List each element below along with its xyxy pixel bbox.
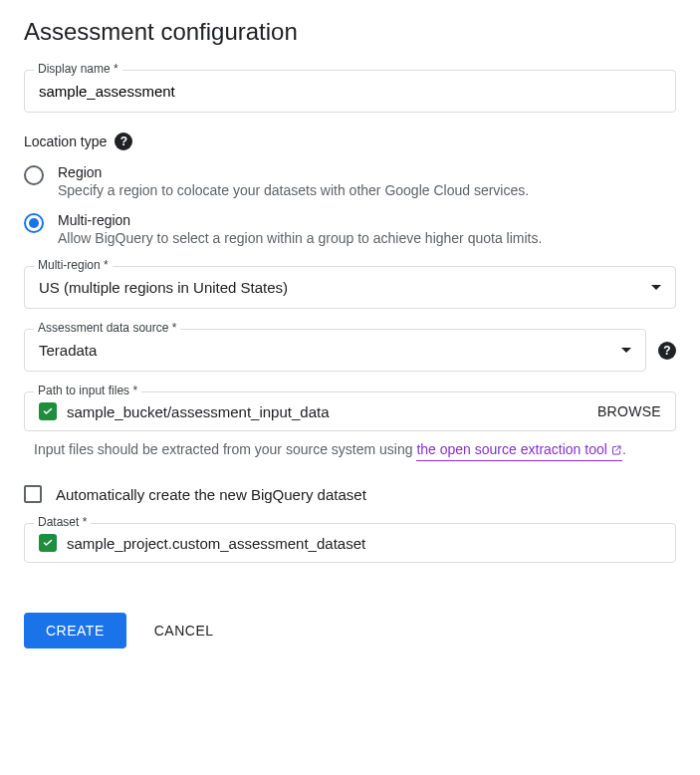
button-row: CREATE CANCEL <box>24 613 676 648</box>
data-source-value: Teradata <box>39 342 97 359</box>
radio-multi-region-title: Multi-region <box>58 212 542 228</box>
data-source-label: Assessment data source * <box>34 321 180 335</box>
input-path-value[interactable]: sample_bucket/assessment_input_data <box>67 403 587 420</box>
help-icon[interactable]: ? <box>658 342 676 360</box>
page-title: Assessment configuration <box>24 18 676 46</box>
auto-create-label: Automatically create the new BigQuery da… <box>56 486 366 503</box>
radio-region-title: Region <box>58 164 529 180</box>
multi-region-select[interactable]: US (multiple regions in United States) <box>24 266 676 309</box>
helper-suffix: . <box>622 441 626 457</box>
input-path-helper: Input files should be extracted from you… <box>34 439 676 461</box>
multi-region-field: Multi-region * US (multiple regions in U… <box>24 266 676 309</box>
check-icon <box>39 402 57 420</box>
location-type-label: Location type ? <box>24 132 676 150</box>
radio-circle-icon <box>24 165 44 185</box>
chevron-down-icon <box>621 348 631 353</box>
data-source-field: Assessment data source * Teradata ? <box>24 329 676 372</box>
location-type-radio-group: Region Specify a region to colocate your… <box>24 164 676 246</box>
input-path-label: Path to input files * <box>34 384 141 397</box>
input-path-field: Path to input files * sample_bucket/asse… <box>24 391 676 461</box>
browse-button[interactable]: BROWSE <box>597 403 661 419</box>
create-button[interactable]: CREATE <box>24 613 126 648</box>
help-icon[interactable]: ? <box>115 132 132 150</box>
location-type-text: Location type <box>24 133 107 149</box>
dataset-field: Dataset * sample_project.custom_assessme… <box>24 523 676 563</box>
multi-region-value: US (multiple regions in United States) <box>39 279 288 296</box>
radio-circle-selected-icon <box>24 213 44 233</box>
dataset-value[interactable]: sample_project.custom_assessment_dataset <box>67 535 661 552</box>
radio-region-desc: Specify a region to colocate your datase… <box>58 182 529 198</box>
extraction-tool-link[interactable]: the open source extraction tool <box>416 439 621 461</box>
data-source-select[interactable]: Teradata <box>24 329 646 372</box>
radio-multi-region-desc: Allow BigQuery to select a region within… <box>58 230 542 246</box>
dataset-label: Dataset * <box>34 515 91 529</box>
display-name-label: Display name * <box>34 62 122 76</box>
cancel-button[interactable]: CANCEL <box>154 623 214 639</box>
external-link-icon <box>610 444 622 456</box>
helper-prefix: Input files should be extracted from you… <box>34 441 416 457</box>
display-name-input[interactable] <box>24 70 676 113</box>
checkbox-icon <box>24 485 42 503</box>
chevron-down-icon <box>651 285 661 290</box>
multi-region-label: Multi-region * <box>34 258 113 272</box>
check-icon <box>39 534 57 552</box>
auto-create-checkbox[interactable]: Automatically create the new BigQuery da… <box>24 485 676 503</box>
radio-multi-region[interactable]: Multi-region Allow BigQuery to select a … <box>24 212 676 246</box>
radio-region[interactable]: Region Specify a region to colocate your… <box>24 164 676 198</box>
display-name-field: Display name * <box>24 70 676 113</box>
